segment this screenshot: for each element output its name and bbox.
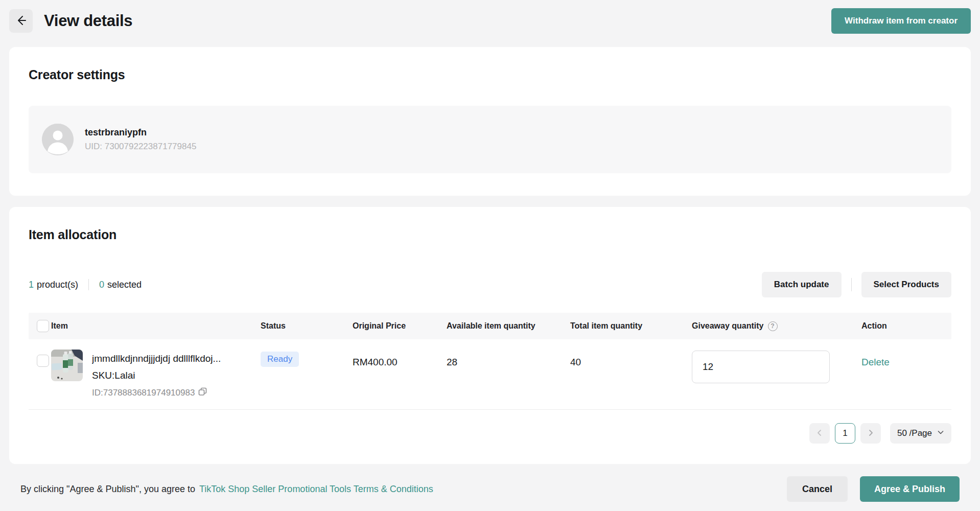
creator-info: testrbraniypfn UID: 7300792223871779845 [85, 127, 196, 152]
product-counts: 1 product(s) 0 selected [29, 279, 142, 290]
giveaway-quantity-cell [692, 350, 861, 409]
terms-conditions-link[interactable]: TikTok Shop Seller Promotional Tools Ter… [199, 484, 433, 494]
item-cell: jmmdllkdjnndjjjdjdj ddlllflkdoj... SKU:L… [51, 350, 261, 409]
creator-settings-title: Creator settings [29, 67, 951, 82]
delete-link[interactable]: Delete [861, 350, 890, 368]
top-bar: View details Withdraw item from creator [0, 0, 980, 40]
back-button[interactable] [9, 9, 33, 33]
creator-settings-card: Creator settings testrbraniypfn UID: 730… [9, 47, 971, 196]
copy-icon[interactable] [198, 387, 207, 399]
header-available-quantity: Available item quantity [447, 321, 570, 331]
creator-name: testrbraniypfn [85, 127, 196, 138]
creator-uid: UID: 7300792223871779845 [85, 142, 196, 152]
action-cell: Delete [861, 350, 951, 409]
creator-panel: testrbraniypfn UID: 7300792223871779845 [29, 106, 951, 173]
chevron-right-icon [867, 429, 874, 438]
footer-bar: By clicking "Agree & Publish", you agree… [0, 464, 980, 502]
person-icon [42, 124, 74, 155]
selected-count-value: 0 [99, 280, 104, 290]
select-products-button[interactable]: Select Products [861, 272, 952, 297]
table-row: jmmdllkdjnndjjjdjdj ddlllflkdoj... SKU:L… [29, 339, 951, 410]
product-image [51, 350, 83, 381]
agreement-text-block: By clicking "Agree & Publish", you agree… [20, 484, 433, 495]
product-text: jmmdllkdjnndjjjdjdj ddlllflkdoj... SKU:L… [92, 350, 221, 409]
select-all-cell [29, 320, 51, 332]
header-original-price: Original Price [353, 321, 447, 331]
product-id-row: ID:7378883681974910983 [92, 387, 221, 399]
creator-avatar [42, 124, 74, 155]
header-total-quantity: Total item quantity [570, 321, 692, 331]
pagination: 1 50 /Page [29, 423, 951, 444]
total-quantity-cell: 40 [570, 350, 692, 409]
row-checkbox[interactable] [37, 355, 49, 367]
prev-page-button[interactable] [809, 423, 830, 444]
help-question-icon[interactable]: ? [768, 321, 778, 331]
status-cell: Ready [261, 350, 353, 409]
next-page-button[interactable] [860, 423, 881, 444]
select-all-checkbox[interactable] [37, 320, 49, 332]
product-sku: SKU:Lalai [92, 370, 221, 381]
status-badge: Ready [261, 352, 299, 367]
page-number-button[interactable]: 1 [835, 423, 855, 444]
withdraw-item-button[interactable]: Withdraw item from creator [831, 8, 971, 34]
agreement-text: By clicking "Agree & Publish", you agree… [20, 484, 195, 494]
product-title: jmmdllkdjnndjjjdjdj ddlllflkdoj... [92, 353, 221, 364]
item-table: Item Status Original Price Available ite… [29, 313, 951, 410]
view-details-page: View details Withdraw item from creator … [0, 0, 980, 511]
available-quantity-cell: 28 [447, 350, 570, 409]
original-price-value: RM400.00 [353, 350, 447, 368]
header-status: Status [261, 321, 353, 331]
agree-publish-button[interactable]: Agree & Publish [860, 476, 960, 502]
available-quantity-value: 28 [447, 350, 570, 368]
page-size-value: 50 /Page [897, 428, 932, 438]
product-count-label: product(s) [37, 280, 78, 290]
allocation-toolbar: 1 product(s) 0 selected Batch update Sel… [29, 272, 951, 297]
header-item: Item [51, 321, 261, 331]
item-allocation-title: Item allocation [29, 227, 951, 242]
product-id: ID:7378883681974910983 [92, 388, 195, 398]
total-quantity-value: 40 [570, 350, 692, 368]
footer-actions: Cancel Agree & Publish [787, 476, 960, 502]
header-giveaway-quantity: Giveaway quantity ? [692, 321, 861, 331]
batch-update-button[interactable]: Batch update [762, 272, 842, 297]
price-cell: RM400.00 [353, 350, 447, 409]
header-action: Action [861, 321, 951, 331]
cancel-button[interactable]: Cancel [787, 476, 848, 502]
selected-count-label: selected [107, 280, 142, 290]
toolbar-actions: Batch update Select Products [762, 272, 951, 297]
chevron-down-icon [937, 428, 944, 438]
arrow-left-icon [15, 15, 27, 28]
chevron-left-icon [816, 429, 823, 438]
table-header-row: Item Status Original Price Available ite… [29, 313, 951, 339]
product-count-value: 1 [29, 280, 34, 290]
row-select-cell [29, 350, 51, 409]
page-title: View details [44, 12, 132, 30]
item-allocation-card: Item allocation 1 product(s) 0 selected … [9, 207, 971, 464]
page-size-select[interactable]: 50 /Page [890, 423, 951, 444]
toolbar-divider [851, 278, 852, 291]
counts-divider [88, 279, 89, 290]
giveaway-quantity-label: Giveaway quantity [692, 321, 764, 331]
giveaway-quantity-input[interactable] [692, 351, 830, 383]
